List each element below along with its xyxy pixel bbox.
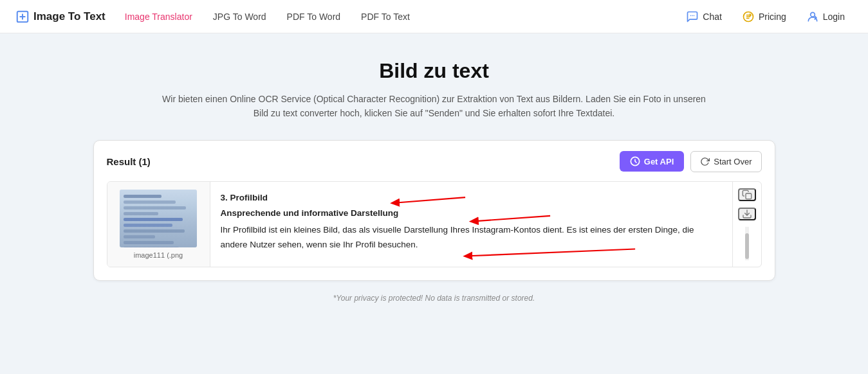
text-body: Ihr Profilbild ist ein kleines Bild, das…: [221, 223, 722, 252]
pricing-icon: [741, 10, 755, 24]
navbar: Image To Text Image Translator JPG To Wo…: [0, 0, 868, 33]
refresh-icon: [700, 157, 710, 166]
get-api-button[interactable]: Get API: [620, 151, 684, 172]
chat-label: Chat: [703, 12, 722, 22]
page-description: Wir bieten einen Online OCR Service (Opt…: [158, 92, 711, 121]
main-content: Bild zu text Wir bieten einen Online OCR…: [0, 33, 868, 316]
scrollbar-track: [745, 227, 749, 260]
nav-pdf-to-word[interactable]: PDF To Word: [279, 8, 349, 26]
start-over-button[interactable]: Start Over: [690, 151, 761, 172]
login-label: Login: [823, 12, 845, 22]
page-title: Bild zu text: [379, 59, 489, 83]
nav-pdf-to-text[interactable]: PDF To Text: [353, 8, 418, 26]
logo-icon: [15, 10, 30, 24]
pricing-nav-btn[interactable]: Pricing: [734, 6, 794, 28]
logo-link[interactable]: Image To Text: [15, 10, 106, 24]
image-filename: image111 (.png: [134, 251, 183, 259]
chat-nav-btn[interactable]: Chat: [678, 6, 730, 28]
result-card: Result (1) Get API Start Over: [93, 140, 775, 281]
result-body: image111 (.png 3. Profilbild Ansprechend…: [107, 181, 762, 267]
text-subheading: Ansprechende und informative Darstellung: [221, 206, 722, 220]
side-icons: [732, 182, 761, 267]
login-icon: [806, 10, 820, 24]
download-icon: [742, 209, 752, 219]
svg-point-1: [690, 15, 692, 16]
api-icon: [630, 156, 640, 166]
svg-point-5: [810, 12, 815, 17]
svg-point-3: [694, 15, 695, 16]
download-button[interactable]: [738, 208, 756, 220]
image-thumbnail: [120, 190, 197, 247]
svg-point-2: [692, 15, 694, 16]
pricing-label: Pricing: [759, 12, 786, 22]
scrollbar-thumb[interactable]: [745, 233, 749, 259]
login-nav-btn[interactable]: Login: [798, 6, 853, 28]
result-actions: Get API Start Over: [620, 151, 762, 172]
nav-right: Chat Pricing Login: [678, 6, 853, 28]
text-panel: 3. Profilbild Ansprechende und informati…: [210, 182, 732, 267]
extracted-text: 3. Profilbild Ansprechende und informati…: [221, 191, 722, 252]
image-panel: image111 (.png: [107, 182, 210, 267]
logo-text: Image To Text: [33, 10, 106, 23]
copy-icon: [742, 190, 752, 200]
chat-icon: [685, 10, 699, 24]
nav-image-translator[interactable]: Image Translator: [117, 8, 200, 26]
text-heading: 3. Profilbild: [221, 191, 722, 205]
nav-jpg-to-word[interactable]: JPG To Word: [205, 8, 274, 26]
svg-rect-8: [746, 193, 752, 199]
privacy-note: *Your privacy is protected! No data is t…: [333, 294, 535, 303]
copy-button[interactable]: [738, 188, 756, 201]
result-header: Result (1) Get API Start Over: [107, 151, 762, 172]
result-title: Result (1): [107, 156, 151, 167]
